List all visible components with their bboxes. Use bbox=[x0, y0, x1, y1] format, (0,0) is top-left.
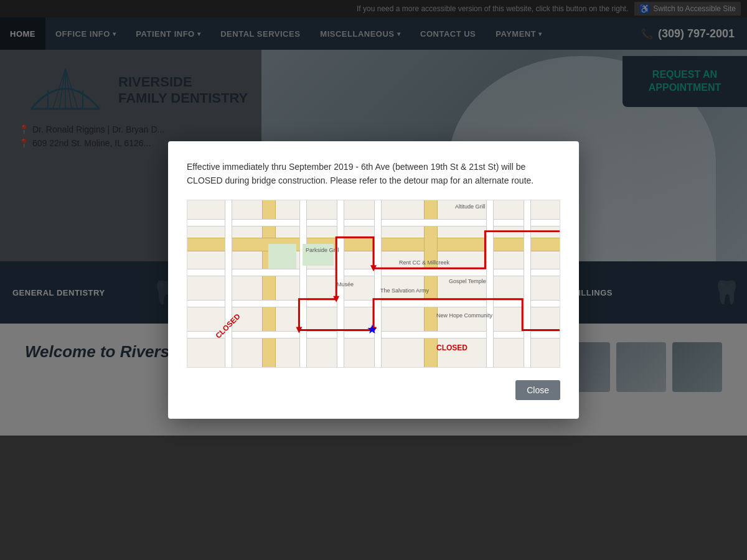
map-background: CLOSED CLOSED ★ Altitude Grill Parkside … bbox=[187, 200, 560, 367]
map-label-1: Altitude Grill bbox=[455, 203, 486, 210]
modal-overlay: Effective immediately thru September 201… bbox=[0, 0, 747, 560]
modal-close-row: Close bbox=[187, 380, 560, 400]
map-label-2: Parkside Grill bbox=[306, 247, 339, 253]
modal-map: CLOSED CLOSED ★ Altitude Grill Parkside … bbox=[187, 200, 560, 368]
map-star-marker: ★ bbox=[367, 322, 378, 337]
map-label-7: New Hope Community bbox=[436, 312, 492, 319]
map-label-6: Gospel Temple bbox=[449, 278, 486, 284]
closed-label-2: CLOSED bbox=[436, 343, 467, 352]
modal-text: Effective immediately thru September 201… bbox=[187, 160, 560, 188]
map-label-4: Musée bbox=[337, 281, 354, 287]
route-svg bbox=[187, 200, 560, 367]
close-button[interactable]: Close bbox=[515, 380, 560, 400]
modal-dialog: Effective immediately thru September 201… bbox=[168, 141, 579, 419]
map-label-3: Rent CC & Millcreek bbox=[399, 259, 449, 266]
map-label-5: The Salvation Army bbox=[380, 287, 429, 294]
